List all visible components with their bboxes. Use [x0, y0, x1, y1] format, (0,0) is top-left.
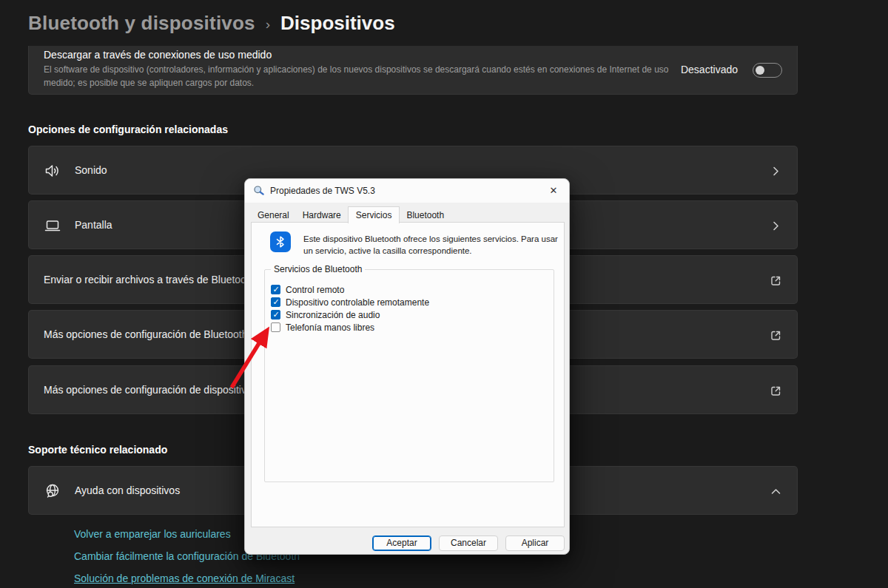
- row-label: Ayuda con dispositivos: [75, 484, 180, 496]
- service-checkbox-telefonia-manos-libres[interactable]: Telefonía manos libres: [271, 322, 374, 333]
- close-icon[interactable]: ✕: [544, 183, 563, 199]
- service-checkbox-dispositivo-controlable[interactable]: Dispositivo controlable remotamente: [271, 297, 429, 308]
- service-label: Dispositivo controlable remotamente: [286, 297, 429, 308]
- chevron-right-icon: [770, 165, 782, 178]
- service-label: Telefonía manos libres: [286, 322, 374, 333]
- tab-hardware[interactable]: Hardware: [296, 209, 348, 223]
- breadcrumb-parent[interactable]: Bluetooth y dispositivos: [28, 12, 255, 35]
- dialog-titlebar[interactable]: Propiedades de TWS V5.3 ✕: [245, 179, 569, 203]
- properties-dialog: Propiedades de TWS V5.3 ✕ General Hardwa…: [244, 178, 570, 555]
- row-label: Más opciones de configuración de Bluetoo…: [44, 328, 248, 340]
- breadcrumb: Bluetooth y dispositivos › Dispositivos: [28, 12, 395, 35]
- row-label: Más opciones de configuración de disposi…: [44, 384, 258, 396]
- service-checkbox-control-remoto[interactable]: Control remoto: [271, 284, 344, 295]
- dialog-title: Propiedades de TWS V5.3: [270, 186, 375, 196]
- checkbox-icon[interactable]: [271, 285, 280, 294]
- bluetooth-services-groupbox: Servicios de Bluetooth Control remoto Di…: [264, 269, 554, 482]
- device-properties-icon: [253, 185, 265, 197]
- metered-download-title: Descargar a través de conexiones de uso …: [44, 49, 272, 61]
- chevron-right-icon: [770, 220, 782, 232]
- support-heading: Soporte técnico relacionado: [28, 444, 167, 456]
- related-settings-heading: Opciones de configuración relacionadas: [28, 124, 228, 135]
- row-label: Sonido: [75, 164, 107, 176]
- service-label: Sincronización de audio: [286, 310, 380, 320]
- breadcrumb-separator-icon: ›: [266, 16, 270, 33]
- tab-general[interactable]: General: [251, 209, 296, 223]
- row-label: Enviar o recibir archivos a través de Bl…: [44, 274, 255, 285]
- aplicar-button[interactable]: Aplicar: [505, 535, 565, 551]
- aceptar-button[interactable]: Aceptar: [372, 535, 431, 551]
- chevron-up-icon: [770, 485, 782, 498]
- services-tab-page: Este dispositivo Bluetooth ofrece los si…: [251, 222, 565, 527]
- checkbox-icon[interactable]: [271, 310, 280, 320]
- globe-search-icon: [44, 482, 61, 500]
- external-link-icon: [770, 385, 782, 397]
- bluetooth-icon: [270, 232, 291, 252]
- row-label: Pantalla: [75, 219, 112, 231]
- external-link-icon: [770, 329, 782, 342]
- speaker-icon: [44, 162, 61, 180]
- toggle-knob: [756, 66, 764, 75]
- external-link-icon: [770, 274, 782, 287]
- laptop-icon: [44, 217, 61, 234]
- metered-download-card: Descargar a través de conexiones de uso …: [28, 46, 798, 95]
- metered-download-description: El software de dispositivo (controladore…: [44, 63, 669, 89]
- service-label: Control remoto: [286, 285, 344, 295]
- toggle-state-label: Desactivado: [681, 64, 738, 75]
- page-title: Dispositivos: [280, 12, 395, 35]
- service-checkbox-sincronizacion-audio[interactable]: Sincronización de audio: [271, 309, 380, 320]
- dialog-tabs: General Hardware Servicios Bluetooth: [251, 208, 451, 223]
- link-solucion-problemas-miracast[interactable]: Solución de problemas de conexión de Mir…: [74, 572, 300, 585]
- tab-servicios[interactable]: Servicios: [348, 206, 400, 223]
- checkbox-icon[interactable]: [271, 322, 280, 332]
- groupbox-label: Servicios de Bluetooth: [271, 264, 365, 274]
- tab-bluetooth[interactable]: Bluetooth: [400, 209, 451, 223]
- cancelar-button[interactable]: Cancelar: [439, 535, 498, 551]
- dialog-intro-text: Este dispositivo Bluetooth ofrece los si…: [303, 233, 561, 257]
- checkbox-icon[interactable]: [271, 297, 280, 307]
- metered-download-toggle[interactable]: [753, 63, 782, 78]
